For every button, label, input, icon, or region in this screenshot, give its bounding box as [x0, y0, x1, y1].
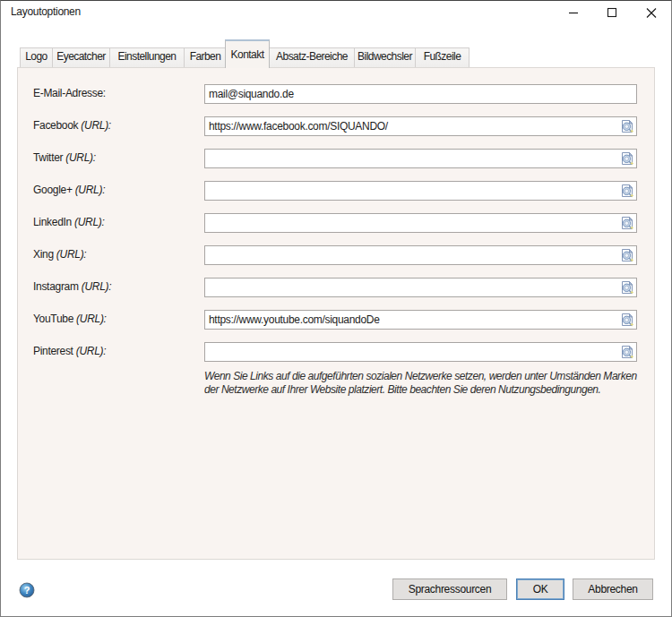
svg-text:?: ? [24, 585, 30, 596]
